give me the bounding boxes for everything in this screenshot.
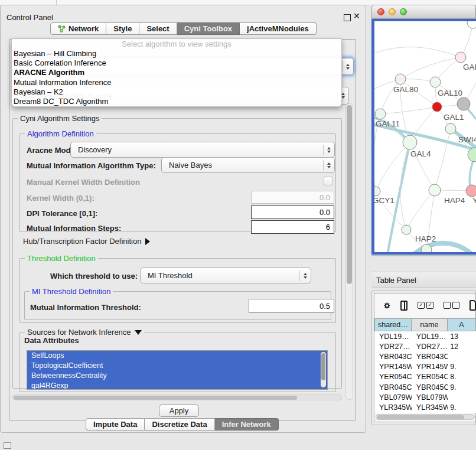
network-edge[interactable] [380, 79, 400, 114]
data-attribute-item[interactable]: TopologicalCoefficient [27, 361, 327, 371]
tab-select[interactable]: Select [139, 22, 177, 35]
hub-definition-label: Hub/Transcription Factor Definition [23, 237, 141, 246]
data-attribute-item[interactable]: SelfLoops [27, 351, 327, 361]
which-threshold-combobox[interactable]: MI Threshold [140, 268, 311, 283]
list-scrollbar-thumb[interactable] [321, 353, 325, 380]
network-node[interactable] [432, 102, 442, 112]
network-edge[interactable] [380, 107, 437, 114]
tab-impute-data[interactable]: Impute Data [86, 418, 145, 431]
cyni-bottom-tabbar: Impute DataDiscretize DataInfer Network [86, 418, 279, 431]
tab-label: Cyni Toolbox [184, 24, 232, 33]
data-attribute-item[interactable]: gal4RGexp [27, 381, 327, 390]
network-edge[interactable] [400, 57, 461, 79]
aracne-mode-combobox[interactable]: Discovery [70, 142, 335, 158]
show-columns-icon[interactable] [400, 301, 407, 311]
network-canvas[interactable]: GAL7GAL80GAL10GAL1GAL11SWI4GAL4GCY1HAP4Y… [374, 21, 476, 252]
table-row[interactable]: YIL052CYIL052C0. [374, 413, 476, 413]
network-edge[interactable] [406, 190, 435, 230]
network-node[interactable] [445, 123, 456, 134]
mi-threshold-field[interactable] [249, 299, 334, 313]
tab-label: Network [69, 24, 99, 33]
node-label: HAP2 [415, 234, 436, 243]
network-node[interactable] [466, 185, 476, 197]
zoom-window-icon[interactable] [400, 8, 407, 15]
data-attributes-list[interactable]: SelfLoopsTopologicalCoefficientBetweenne… [27, 350, 328, 390]
network-node[interactable] [429, 184, 441, 196]
table-cell: YBL079W [374, 393, 412, 402]
data-attribute-item[interactable]: BetweennessCentrality [27, 371, 327, 381]
network-icon [58, 25, 66, 32]
table-row[interactable]: YDL19…YDL19…13 [374, 331, 476, 341]
table-row[interactable]: YBR045CYBR045C9. [374, 382, 476, 392]
network-node[interactable] [457, 97, 470, 110]
network-node[interactable] [430, 77, 441, 87]
node-table: shared…nameA YDL19…YDL19…13YDR27…YDR27…1… [374, 318, 476, 413]
network-window-titlebar[interactable] [371, 5, 476, 19]
settings-horizontal-scrollbar-thumb[interactable] [14, 396, 297, 400]
tab-jactivemnodules[interactable]: jActiveMNodules [240, 22, 317, 35]
column-header-name[interactable]: name [412, 318, 448, 331]
column-header-shared[interactable]: shared… [374, 318, 412, 331]
unselect-all-columns-icon[interactable] [444, 302, 459, 309]
algorithm-option[interactable]: Mutual Information Inference [12, 78, 341, 87]
settings-vertical-scrollbar-thumb[interactable] [347, 105, 352, 284]
checked-box-icon: ✓ [418, 302, 425, 309]
collapsed-panel-icon[interactable] [4, 442, 11, 449]
table-row[interactable]: YER054CYER054C8. [374, 372, 476, 382]
network-node[interactable] [467, 21, 476, 28]
network-node[interactable] [395, 74, 406, 84]
network-node[interactable] [374, 187, 380, 196]
tab-infer-network[interactable]: Infer Network [215, 418, 279, 431]
gear-icon[interactable] [384, 301, 390, 311]
tab-cyni-toolbox[interactable]: Cyni Toolbox [177, 22, 240, 35]
tab-network[interactable]: Network [50, 22, 106, 35]
network-node[interactable] [468, 148, 476, 162]
mi-type-combobox[interactable]: Naive Bayes [161, 157, 335, 173]
table-row[interactable]: YBR043CYBR043C [374, 351, 476, 361]
node-label: GAL11 [376, 119, 400, 128]
table-cell: YLR345W [374, 403, 412, 412]
tab-style[interactable]: Style [106, 22, 139, 35]
mi-steps-field[interactable] [251, 220, 334, 234]
node-label: GAL7 [463, 63, 476, 71]
manual-kernel-checkbox[interactable] [324, 177, 332, 185]
network-node[interactable] [421, 244, 432, 252]
cyni-settings-group-title: Cyni Algorithm Settings [18, 114, 102, 123]
table-horizontal-scrollbar-thumb[interactable] [377, 415, 464, 419]
algorithm-option[interactable]: Bayesian – Hill Climbing [12, 49, 341, 58]
network-node[interactable] [375, 109, 386, 119]
network-node[interactable] [403, 135, 417, 149]
algorithm-option[interactable]: Basic Correlation Inference [12, 58, 341, 68]
table-cell: YBR045C [412, 383, 448, 392]
control-panel-window: Control Panel ✕ NetworkStyleSelectCyni T… [0, 5, 366, 433]
hub-definition-disclosure[interactable]: Hub/Transcription Factor Definition [23, 237, 150, 246]
kernel-width-field[interactable] [251, 191, 334, 204]
select-all-columns-icon[interactable]: ✓ ✓ [418, 302, 433, 309]
minimize-window-icon[interactable] [389, 8, 396, 15]
mi-type-value: Naive Bayes [169, 161, 212, 169]
network-node[interactable] [402, 225, 411, 234]
close-panel-button[interactable]: ✕ [353, 11, 360, 21]
table-cell: YBL079W [412, 393, 448, 402]
dpi-tolerance-label: DPI Tolerance [0,1]: [27, 209, 97, 218]
column-header-a[interactable]: A [448, 318, 476, 331]
dpi-tolerance-field[interactable] [251, 206, 334, 219]
network-edge[interactable] [374, 47, 461, 57]
network-node[interactable] [455, 52, 466, 63]
table-row[interactable]: YPR145WYPR145W9. [374, 362, 476, 372]
close-window-icon[interactable] [377, 8, 384, 15]
algorithm-option[interactable]: Bayesian – K2 [12, 87, 341, 97]
tab-label: jActiveMNodules [247, 24, 309, 33]
new-table-icon[interactable] [470, 300, 476, 311]
table-row[interactable]: YDR27…YDR27…12 [374, 341, 476, 351]
table-row[interactable]: YLR345WYLR345W9. [374, 402, 476, 412]
algorithm-option[interactable]: ARACNE Algorithm [12, 68, 341, 77]
algorithm-option[interactable]: Dream8 DC_TDC Algorithm [12, 97, 341, 106]
apply-button[interactable]: Apply [159, 405, 199, 417]
sources-group-title-wrap[interactable]: Sources for Network Inference [25, 328, 144, 337]
table-row[interactable]: YBL079WYBL079W [374, 392, 476, 402]
float-window-button[interactable] [344, 14, 351, 21]
kernel-width-label: Kernel Width (0,1): [27, 194, 94, 203]
which-threshold-value: MI Threshold [148, 271, 193, 280]
tab-discretize-data[interactable]: Discretize Data [145, 418, 214, 431]
